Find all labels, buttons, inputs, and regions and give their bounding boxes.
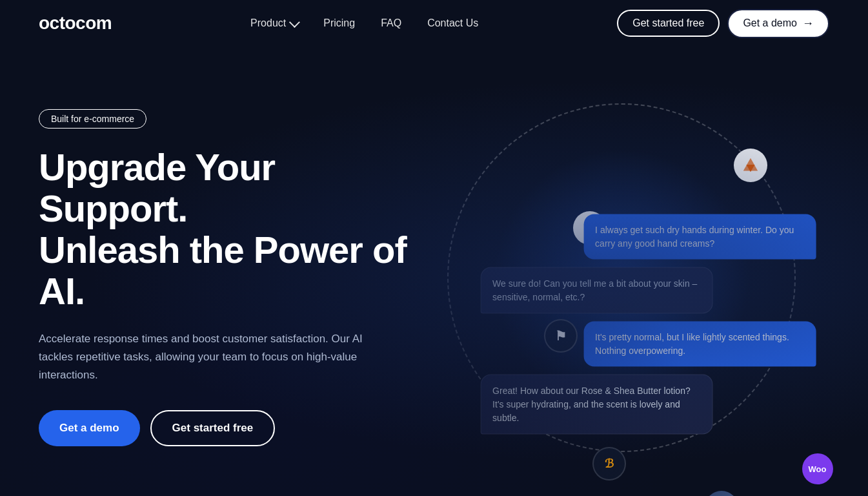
nav-actions: Get started free Get a demo → [617,9,829,38]
user-avatar-icon: 😊 [705,491,738,496]
hero-section: Built for e-commerce Upgrade Your Suppor… [0,46,868,496]
nav-links: Product Pricing FAQ Contact Us [250,17,478,29]
navbar: octocom Product Pricing FAQ Contact Us G… [0,0,868,46]
chat-message-1: I always get such dry hands during winte… [583,214,816,260]
nav-item-contact[interactable]: Contact Us [427,17,478,29]
nav-item-faq[interactable]: FAQ [381,17,401,29]
chat-messages: I always get such dry hands during winte… [480,214,816,435]
b-platform-icon: ℬ [592,447,626,480]
nav-link-contact[interactable]: Contact Us [427,17,478,28]
nav-link-pricing[interactable]: Pricing [323,17,355,28]
chat-message-2: We sure do! Can you tell me a bit about … [480,267,712,314]
hero-content: Built for e-commerce Upgrade Your Suppor… [39,109,413,446]
woocommerce-icon: Woo [802,453,833,484]
arrow-right-icon: → [802,17,814,30]
get-demo-button[interactable]: Get a demo → [727,9,829,38]
chat-message-4: Great! How about our Rose & Shea Butter … [480,375,712,435]
hero-started-button[interactable]: Get started free [150,410,276,446]
hero-title: Upgrade Your Support. Unleash the Power … [39,147,413,311]
hero-subtitle: Accelerate response times and boost cust… [39,330,381,384]
hero-buttons: Get a demo Get started free [39,410,413,446]
chat-message-3: It's pretty normal, but I like lightly s… [583,322,816,367]
nav-link-product[interactable]: Product [250,17,298,29]
hero-visual: 🛍 N ⚑ ▣ ℬ Woo 😊 I always get such [413,59,829,496]
get-started-button[interactable]: Get started free [617,10,720,37]
hero-badge: Built for e-commerce [39,109,146,129]
logo[interactable]: octocom [39,13,112,34]
hero-demo-button[interactable]: Get a demo [39,410,140,446]
nav-item-pricing[interactable]: Pricing [323,17,355,29]
chevron-down-icon [289,17,300,28]
nav-link-faq[interactable]: FAQ [381,17,401,28]
nav-item-product[interactable]: Product [250,17,298,29]
zendesk-icon [734,149,767,182]
